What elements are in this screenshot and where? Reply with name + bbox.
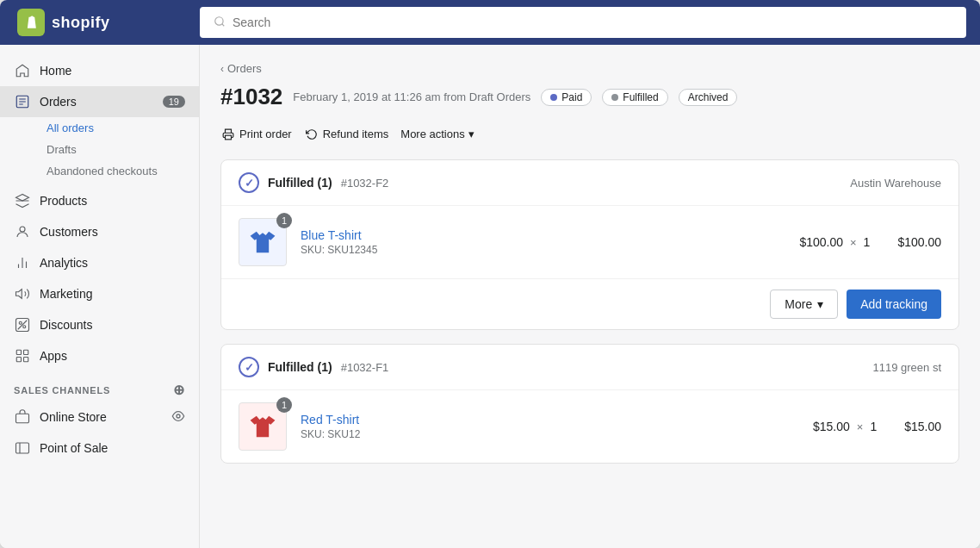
refund-items-button[interactable]: Refund items: [304, 124, 391, 144]
svg-rect-20: [24, 358, 28, 362]
more-actions-label: More actions: [400, 128, 464, 140]
order-header: #1032 February 1, 2019 at 11:26 am from …: [220, 84, 959, 110]
sidebar-item-home[interactable]: Home: [0, 55, 199, 86]
fulfillment-location-1: Austin Warehouse: [850, 177, 941, 190]
sidebar-item-home-label: Home: [40, 64, 185, 78]
sidebar-item-online-store[interactable]: Online Store: [0, 402, 199, 433]
card-header-1: ✓ Fulfilled (1) #1032-F2 Austin Warehous…: [221, 160, 958, 206]
apps-icon: [14, 347, 31, 364]
sidebar-item-pos-label: Point of Sale: [40, 441, 185, 455]
discounts-icon: [14, 316, 31, 333]
product-info-1: Blue T-shirt SKU: SKU12345: [301, 228, 785, 256]
print-order-button[interactable]: Print order: [220, 124, 294, 144]
product-sku-1: SKU: SKU12345: [301, 244, 785, 256]
svg-rect-19: [16, 358, 21, 362]
price-multiplier-2: ×: [857, 420, 864, 433]
product-qty-badge-2: 1: [276, 397, 292, 413]
sidebar-item-customers[interactable]: Customers: [0, 216, 199, 247]
svg-rect-18: [24, 350, 28, 354]
sidebar-item-apps[interactable]: Apps: [0, 340, 199, 371]
card-footer-1: More ▾ Add tracking: [221, 278, 958, 329]
shopify-logo: shopify: [17, 9, 110, 36]
red-tshirt-svg: [247, 411, 278, 442]
online-store-view-icon[interactable]: [171, 409, 185, 426]
fulfilled-check-icon-1: ✓: [239, 172, 259, 193]
sidebar-item-discounts-label: Discounts: [40, 318, 185, 332]
svg-point-22: [177, 414, 180, 418]
fulfilled-check-icon-2: ✓: [239, 357, 259, 377]
line-item-1: 1 Blue T-shirt SKU: SKU12345 $100.00 × 1…: [221, 206, 958, 278]
fulfillment-id-2: #1032-F1: [341, 361, 389, 374]
card-header-2: ✓ Fulfilled (1) #1032-F1 1119 green st: [221, 345, 958, 390]
paid-label: Paid: [561, 91, 582, 103]
home-icon: [14, 62, 31, 79]
sidebar-item-marketing[interactable]: Marketing: [0, 278, 199, 309]
marketing-icon: [14, 285, 31, 302]
action-toolbar: Print order Refund items More actions ▾: [220, 124, 959, 144]
card-header-left-1: ✓ Fulfilled (1) #1032-F2: [239, 172, 388, 193]
svg-rect-23: [16, 443, 29, 453]
breadcrumb[interactable]: ‹ Orders: [220, 62, 959, 75]
sidebar-item-pos[interactable]: Point of Sale: [0, 433, 199, 464]
more-actions-button[interactable]: More actions ▾: [400, 128, 474, 140]
search-icon: [214, 16, 226, 30]
customers-icon: [14, 223, 31, 240]
svg-marker-6: [16, 195, 29, 202]
check-mark-2: ✓: [245, 361, 254, 374]
sidebar-item-orders[interactable]: Orders 19: [0, 86, 199, 117]
sidebar-item-analytics-label: Analytics: [40, 256, 185, 270]
more-label-1: More: [785, 297, 812, 311]
paid-dot: [550, 94, 557, 101]
product-name-1[interactable]: Blue T-shirt: [301, 228, 785, 242]
product-name-2[interactable]: Red T-shirt: [301, 413, 799, 427]
svg-rect-21: [16, 414, 29, 423]
order-number: #1032: [220, 84, 282, 110]
shopify-bag-icon: [17, 9, 45, 36]
badge-paid: Paid: [541, 89, 592, 106]
product-qty-badge-1: 1: [276, 213, 292, 228]
print-order-label: Print order: [239, 128, 292, 140]
sub-nav-abandoned[interactable]: Abandoned checkouts: [40, 160, 199, 182]
sub-nav-all-orders[interactable]: All orders: [40, 117, 199, 139]
sidebar-item-discounts[interactable]: Discounts: [0, 309, 199, 340]
product-info-2: Red T-shirt SKU: SKU12: [301, 413, 799, 440]
more-chevron-icon-1: ▾: [817, 297, 823, 311]
price-qty-1: $100.00 × 1: [799, 235, 870, 249]
sales-channels-title: SALES CHANNELS ⊕: [0, 371, 199, 402]
product-img-wrap-1: 1: [239, 218, 287, 266]
search-input[interactable]: [233, 16, 952, 29]
blue-tshirt-svg: [247, 227, 278, 258]
sidebar-item-analytics[interactable]: Analytics: [0, 247, 199, 278]
online-store-icon: [14, 408, 31, 426]
sidebar: Home Orders 19 All orders Drafts Abandon…: [0, 45, 200, 548]
products-icon: [14, 192, 31, 209]
archived-label: Archived: [688, 91, 729, 103]
svg-point-8: [20, 227, 25, 232]
fulfillment-card-1: ✓ Fulfilled (1) #1032-F2 Austin Warehous…: [220, 159, 959, 330]
topbar: shopify: [0, 0, 980, 45]
more-button-1[interactable]: More ▾: [770, 290, 838, 319]
product-total-2: $15.00: [904, 420, 941, 433]
badge-archived: Archived: [679, 89, 738, 106]
add-sales-channel-icon[interactable]: ⊕: [173, 382, 185, 398]
product-total-1: $100.00: [897, 235, 941, 249]
svg-rect-17: [16, 350, 21, 354]
main-content: ‹ Orders #1032 February 1, 2019 at 11:26…: [200, 45, 980, 548]
search-bar[interactable]: [200, 7, 966, 38]
svg-point-0: [215, 16, 223, 24]
sidebar-item-customers-label: Customers: [40, 225, 185, 239]
product-unit-price-1: $100.00: [799, 235, 843, 249]
analytics-icon: [14, 254, 31, 271]
sidebar-item-online-store-label: Online Store: [40, 410, 163, 424]
refund-icon: [306, 128, 318, 140]
sidebar-item-products[interactable]: Products: [0, 185, 199, 216]
svg-point-14: [23, 326, 26, 328]
print-icon: [222, 128, 234, 140]
sub-nav-drafts[interactable]: Drafts: [40, 139, 199, 160]
more-actions-chevron-icon: ▾: [468, 128, 474, 140]
fulfillment-status-1: Fulfilled (1): [268, 176, 332, 190]
svg-point-13: [19, 321, 22, 324]
card-header-left-2: ✓ Fulfilled (1) #1032-F1: [239, 357, 388, 377]
add-tracking-button-1[interactable]: Add tracking: [847, 290, 941, 319]
product-sku-2: SKU: SKU12: [301, 428, 799, 440]
